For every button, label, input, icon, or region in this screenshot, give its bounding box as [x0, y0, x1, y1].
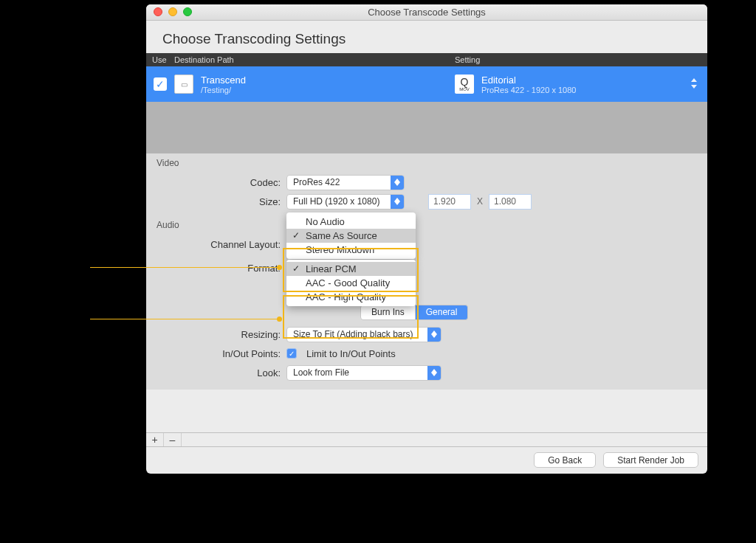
destination-row[interactable]: ✓ ▭ Transcend /Testing/ QMOV Editorial P… — [146, 66, 707, 102]
checkmark-icon: ✓ — [292, 263, 300, 274]
checkmark-icon: ✓ — [154, 77, 167, 91]
annotation-line-format — [90, 319, 281, 319]
size-label: Size: — [146, 196, 286, 207]
chevron-updown-icon — [427, 328, 441, 342]
menu-item-same-as-source[interactable]: ✓Same As Source — [286, 229, 416, 243]
chevron-updown-icon — [427, 366, 441, 380]
format-menu[interactable]: ✓Linear PCM AAC - Good Quality AAC - Hig… — [286, 260, 416, 306]
look-value: Look from File — [293, 367, 349, 378]
footer-toolbar: + – — [146, 432, 707, 447]
tab-burnins[interactable]: Burn Ins — [360, 305, 416, 320]
close-icon[interactable] — [154, 7, 162, 16]
resizing-row: Resizing: Size To Fit (Adding black bars… — [146, 326, 707, 342]
resizing-label: Resizing: — [146, 329, 286, 340]
window-controls — [146, 7, 192, 16]
size-row: Size: Full HD (1920 x 1080) X — [146, 193, 707, 210]
titlebar: Choose Transcode Settings — [146, 4, 707, 21]
mov-icon: QMOV — [455, 75, 474, 94]
subpanel-tabs: Burn Ins General — [360, 305, 468, 320]
menu-item-aac-high[interactable]: AAC - High Quality — [286, 290, 416, 304]
table-header: Use Destination Path Setting — [146, 53, 707, 66]
channel-layout-row: Channel Layout: — [146, 236, 707, 252]
minimize-icon[interactable] — [168, 7, 177, 16]
codec-label: Codec: — [146, 177, 286, 188]
destination-title: Transcend — [201, 75, 246, 86]
setting-sub: ProRes 422 - 1920 x 1080 — [481, 86, 576, 94]
tab-general[interactable]: General — [416, 305, 469, 320]
menu-item-aac-good[interactable]: AAC - Good Quality — [286, 276, 416, 290]
audio-section-title: Audio — [146, 215, 707, 233]
tab-row: Burn Ins General — [146, 304, 707, 320]
remove-button[interactable]: – — [164, 433, 182, 446]
format-label: Format: — [146, 263, 286, 274]
col-destination: Destination Path — [174, 55, 455, 64]
channel-layout-label: Channel Layout: — [146, 239, 286, 250]
zoom-icon[interactable] — [183, 7, 192, 16]
menu-item-no-audio[interactable]: No Audio — [286, 215, 416, 229]
inout-checkbox[interactable]: ✓ — [286, 348, 297, 359]
start-render-button[interactable]: Start Render Job — [603, 452, 698, 468]
window-title: Choose Transcode Settings — [146, 7, 707, 18]
setting-title: Editorial — [481, 75, 576, 86]
updown-icon[interactable] — [691, 78, 697, 91]
annotation-line-channel — [90, 267, 281, 268]
width-input[interactable] — [428, 194, 471, 210]
resizing-select[interactable]: Size To Fit (Adding black bars) — [286, 327, 441, 342]
chevron-updown-icon — [391, 176, 404, 190]
setting-info: QMOV Editorial ProRes 422 - 1920 x 1080 — [455, 75, 707, 94]
codec-select[interactable]: ProRes 422 — [286, 175, 405, 190]
codec-value: ProRes 422 — [293, 177, 340, 187]
look-select[interactable]: Look from File — [286, 365, 441, 381]
format-row: Format: — [146, 260, 707, 276]
inout-label: In/Out Points: — [146, 348, 286, 359]
header-area: Choose Transcoding Settings — [146, 21, 707, 53]
bottom-buttons: Go Back Start Render Job — [534, 452, 698, 468]
add-button[interactable]: + — [146, 433, 164, 446]
inout-row: In/Out Points: ✓ Limit to In/Out Points — [146, 345, 707, 362]
menu-item-stereo-mixdown[interactable]: Stereo Mixdown — [286, 243, 416, 257]
spacer-band — [146, 102, 707, 153]
form-panel: Video Codec: ProRes 422 Size: Full HD (1… — [146, 153, 707, 390]
times-label: X — [477, 196, 483, 207]
size-select[interactable]: Full HD (1920 x 1080) — [286, 194, 405, 210]
resizing-value: Size To Fit (Adding black bars) — [293, 329, 413, 339]
destination-info: ▭ Transcend /Testing/ — [174, 75, 455, 94]
height-input[interactable] — [489, 194, 532, 210]
go-back-button[interactable]: Go Back — [534, 452, 596, 468]
main-heading: Choose Transcoding Settings — [162, 31, 691, 47]
drive-icon: ▭ — [174, 75, 193, 94]
menu-item-linear-pcm[interactable]: ✓Linear PCM — [286, 262, 416, 276]
codec-row: Codec: ProRes 422 — [146, 174, 707, 190]
chevron-updown-icon — [391, 195, 404, 209]
col-use: Use — [146, 55, 174, 64]
destination-path: /Testing/ — [201, 86, 246, 94]
video-section-title: Video — [146, 153, 707, 171]
settings-window: Choose Transcode Settings Choose Transco… — [146, 4, 707, 474]
size-value: Full HD (1920 x 1080) — [293, 196, 379, 207]
col-setting: Setting — [455, 55, 707, 64]
look-row: Look: Look from File — [146, 364, 707, 381]
channel-layout-menu[interactable]: No Audio ✓Same As Source Stereo Mixdown — [286, 212, 416, 259]
checkmark-icon: ✓ — [292, 230, 300, 241]
inout-value: Limit to In/Out Points — [306, 348, 396, 359]
look-label: Look: — [146, 367, 286, 378]
use-checkbox-cell[interactable]: ✓ — [146, 77, 174, 91]
